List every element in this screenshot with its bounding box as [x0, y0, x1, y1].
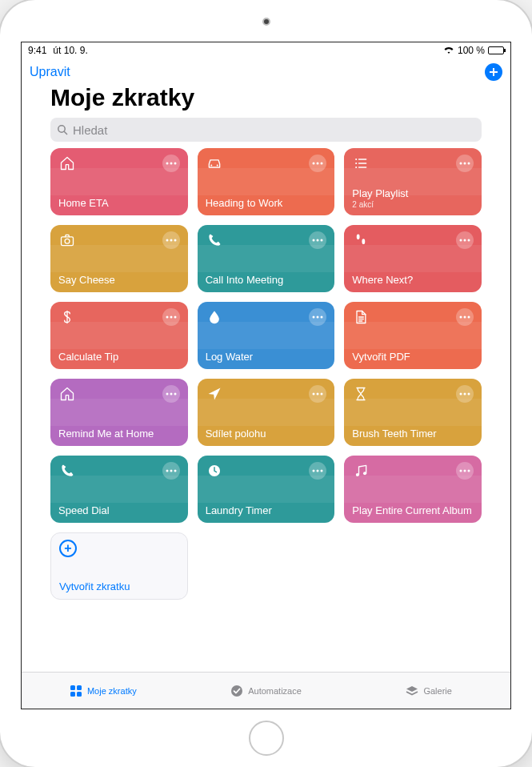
shortcut-card[interactable]: Log Water	[198, 302, 335, 369]
shortcut-card[interactable]: Sdílet polohu	[198, 379, 335, 446]
shortcut-card[interactable]: Say Cheese	[50, 225, 188, 292]
check-icon	[230, 685, 243, 697]
svg-point-26	[321, 239, 323, 242]
svg-point-32	[166, 316, 168, 319]
more-icon[interactable]	[456, 155, 474, 172]
wifi-icon	[443, 46, 454, 54]
shortcut-grid: Home ETA Heading to Work Play Playlist 2…	[22, 148, 510, 600]
svg-point-54	[170, 470, 172, 472]
status-time: 9:41	[28, 45, 46, 56]
shortcut-card[interactable]: Call Into Meeting	[198, 225, 335, 292]
ipad-frame: 9:41 út 10. 9. 100 % Upravit Moje zkratk…	[0, 0, 532, 767]
svg-point-53	[166, 470, 168, 472]
status-date: út 10. 9.	[53, 45, 87, 56]
edit-button[interactable]: Upravit	[30, 65, 70, 79]
home-button[interactable]	[249, 721, 284, 756]
shortcut-card[interactable]: Play Entire Current Album	[344, 456, 482, 523]
svg-point-41	[460, 316, 462, 319]
home-icon	[58, 385, 76, 403]
more-icon[interactable]	[162, 462, 180, 480]
shortcut-card[interactable]: Calculate Tip	[50, 302, 188, 369]
more-icon[interactable]	[162, 308, 180, 326]
shortcut-name: Home ETA	[58, 197, 180, 209]
add-shortcut-button[interactable]	[485, 63, 502, 81]
status-bar: 9:41 út 10. 9. 100 %	[22, 42, 510, 58]
shortcut-name: Heading to Work	[206, 197, 327, 209]
shortcut-card[interactable]: Home ETA	[50, 148, 188, 215]
shortcut-card[interactable]: Laundry Timer	[198, 456, 335, 523]
svg-point-47	[313, 393, 315, 396]
shortcut-name: Speed Dial	[58, 504, 180, 516]
more-icon[interactable]	[456, 231, 474, 249]
svg-point-10	[355, 159, 357, 160]
shortcut-card[interactable]: Vytvořit PDF	[344, 302, 482, 369]
svg-point-33	[170, 316, 172, 319]
more-icon[interactable]	[309, 462, 326, 480]
shortcut-card[interactable]: Play Playlist 2 akcí	[344, 148, 482, 215]
battery-icon	[488, 46, 504, 54]
svg-point-43	[468, 316, 470, 319]
svg-point-62	[460, 470, 462, 472]
screen: 9:41 út 10. 9. 100 % Upravit Moje zkratk…	[21, 42, 511, 709]
svg-line-1	[64, 131, 67, 135]
more-icon[interactable]	[162, 155, 180, 172]
svg-point-46	[174, 393, 176, 396]
svg-point-60	[356, 473, 359, 476]
search-icon	[57, 124, 68, 135]
svg-point-69	[231, 685, 242, 697]
more-icon[interactable]	[162, 231, 180, 249]
svg-point-30	[464, 239, 466, 242]
shortcut-card[interactable]: Speed Dial	[50, 456, 188, 523]
tab-label: Automatizace	[248, 686, 302, 696]
tab-automatizace[interactable]: Automatizace	[185, 673, 348, 709]
svg-point-18	[468, 163, 470, 165]
svg-point-59	[321, 470, 323, 472]
car-icon	[206, 155, 223, 172]
tab-moje-zkratky[interactable]: Moje zkratky	[22, 673, 185, 709]
svg-point-17	[464, 163, 466, 165]
search-input[interactable]: Hledat	[50, 118, 482, 142]
more-icon[interactable]	[309, 308, 326, 326]
shortcut-name: Play Playlist	[352, 187, 474, 199]
clock-icon	[206, 462, 223, 480]
shortcut-name: Where Next?	[352, 274, 474, 286]
svg-point-31	[468, 239, 470, 242]
shortcut-card[interactable]: Remind Me at Home	[50, 379, 188, 446]
tab-galerie[interactable]: Galerie	[347, 673, 510, 709]
svg-point-34	[174, 316, 176, 319]
svg-point-0	[58, 126, 65, 132]
create-shortcut-card[interactable]: + Vytvořit zkratku	[50, 532, 188, 600]
svg-point-7	[313, 163, 315, 165]
shortcut-name: Call Into Meeting	[206, 274, 327, 286]
more-icon[interactable]	[456, 308, 474, 326]
shortcut-name: Brush Teeth Timer	[352, 428, 474, 440]
svg-rect-68	[77, 692, 82, 697]
more-icon[interactable]	[309, 385, 326, 403]
shortcut-card[interactable]: Where Next?	[344, 225, 482, 292]
stack-icon	[406, 685, 418, 697]
home-icon	[58, 155, 76, 172]
svg-rect-19	[62, 237, 74, 246]
phone-icon	[206, 231, 223, 249]
svg-point-11	[355, 163, 357, 164]
svg-point-16	[460, 163, 462, 165]
svg-point-20	[65, 239, 70, 243]
shortcut-card[interactable]: Heading to Work	[198, 148, 335, 215]
phone-icon	[58, 462, 76, 480]
more-icon[interactable]	[309, 155, 326, 172]
camera-icon	[58, 231, 76, 249]
camera-dot	[262, 18, 270, 26]
svg-point-4	[174, 163, 176, 165]
svg-point-6	[216, 164, 218, 166]
shortcut-name: Log Water	[206, 351, 327, 363]
shortcut-card[interactable]: Brush Teeth Timer	[344, 379, 482, 446]
more-icon[interactable]	[309, 231, 326, 249]
more-icon[interactable]	[456, 462, 474, 480]
more-icon[interactable]	[456, 385, 474, 403]
svg-point-5	[210, 164, 212, 166]
grid-icon	[70, 685, 82, 697]
svg-point-2	[166, 163, 168, 165]
svg-rect-67	[70, 692, 75, 697]
svg-rect-66	[77, 685, 82, 690]
more-icon[interactable]	[162, 385, 180, 403]
